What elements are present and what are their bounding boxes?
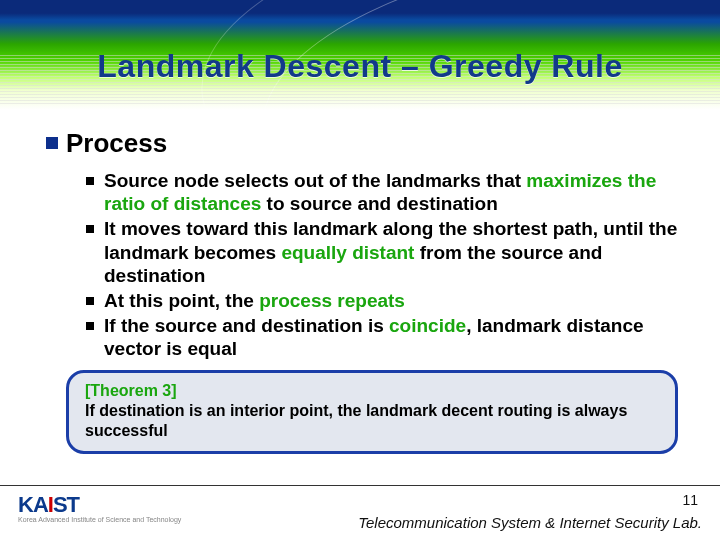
theorem-box: [Theorem 3] If destination is an interio…	[66, 370, 678, 454]
page-number: 11	[358, 492, 702, 508]
slide-footer: KAIST Korea Advanced Institute of Scienc…	[0, 485, 720, 540]
bullet-emphasis: process repeats	[259, 290, 405, 311]
list-item: It moves toward this landmark along the …	[86, 217, 684, 287]
bullet-text: At this point, the	[104, 290, 259, 311]
list-item: If the source and destination is coincid…	[86, 314, 684, 360]
bullet-emphasis: coincide	[389, 315, 466, 336]
kaist-logo: KAIST	[18, 492, 181, 518]
slide-content: Process Source node selects out of the l…	[0, 110, 720, 458]
list-item: Source node selects out of the landmarks…	[86, 169, 684, 215]
lab-name: Telecommunication System & Internet Secu…	[358, 514, 702, 531]
bullet-text: If the source and destination is	[104, 315, 389, 336]
theorem-text: If destination is an interior point, the…	[85, 402, 627, 439]
bullet-list: Source node selects out of the landmarks…	[46, 169, 684, 360]
page-meta: 11 Telecommunication System & Internet S…	[358, 492, 702, 531]
bullet-text: to source and destination	[261, 193, 497, 214]
logo-block: KAIST Korea Advanced Institute of Scienc…	[18, 492, 181, 523]
section-heading-text: Process	[66, 128, 167, 158]
bullet-emphasis: equally distant	[281, 242, 414, 263]
bullet-text: Source node selects out of the landmarks…	[104, 170, 526, 191]
theorem-label: [Theorem 3]	[85, 382, 177, 399]
section-heading: Process	[46, 128, 684, 159]
slide-title: Landmark Descent – Greedy Rule	[0, 48, 720, 85]
list-item: At this point, the process repeats	[86, 289, 684, 312]
slide-header: Landmark Descent – Greedy Rule	[0, 0, 720, 110]
square-bullet-icon	[46, 137, 58, 149]
